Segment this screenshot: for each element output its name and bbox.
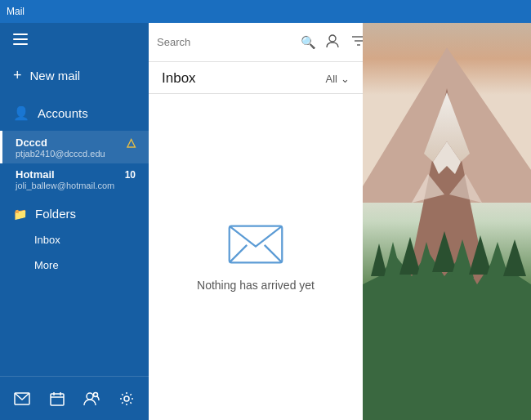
folders-label: Folders [35,207,76,221]
contacts-nav-button[interactable] [83,387,101,410]
settings-nav-button[interactable] [118,387,136,410]
contacts-icon [83,391,100,406]
main-panel: 🔍 Inbox [149,23,363,420]
plus-icon: + [13,67,22,84]
title-bar: Mail [0,0,531,23]
inbox-header: Inbox All ⌄ [149,62,363,94]
inbox-filter-button[interactable]: All ⌄ [326,73,350,85]
calendar-nav-button[interactable] [48,387,67,410]
account-name-dcccd: Dcccd △ [16,136,136,149]
svg-rect-1 [51,394,64,405]
sidebar-content: + New mail 👤 Accounts Dcccd △ ptjab2410@… [0,23,149,420]
calendar-icon [50,391,65,406]
svg-point-5 [87,393,93,400]
search-icon[interactable]: 🔍 [301,35,316,50]
more-folder-item[interactable]: More [0,252,149,278]
empty-state: Nothing has arrived yet [149,94,363,420]
svg-point-6 [94,392,98,396]
mail-nav-button[interactable] [13,387,32,410]
app-title: Mail [7,6,25,17]
chevron-down-icon: ⌄ [341,73,350,85]
app-body: + New mail 👤 Accounts Dcccd △ ptjab2410@… [0,23,531,420]
header-icons [323,31,368,54]
mountain-background-svg [363,23,531,420]
empty-envelope-icon [226,223,285,266]
accounts-label: Accounts [38,106,88,120]
sidebar-bottom-nav [0,376,149,420]
empty-state-message: Nothing has arrived yet [197,279,315,292]
inbox-title: Inbox [162,70,196,87]
accounts-button[interactable]: 👤 Accounts [0,95,149,131]
svg-marker-24 [371,244,387,276]
hamburger-button[interactable] [0,23,149,56]
warning-icon: △ [127,136,136,149]
new-mail-label: New mail [30,69,81,83]
account-item-hotmail[interactable]: Hotmail 10 joli_ballew@hotmail.com [0,163,149,195]
folder-icon: 📁 [13,208,27,221]
settings-icon [119,391,134,406]
inbox-folder-item[interactable]: Inbox [0,227,149,252]
folders-section[interactable]: 📁 Folders [0,195,149,227]
profile-icon-button[interactable] [323,31,342,54]
hamburger-icon [13,34,28,45]
sidebar-spacer [0,278,149,376]
svg-point-8 [329,35,336,42]
person-icon: 👤 [13,105,29,121]
filter-label: All [326,73,337,85]
mail-icon [14,392,30,405]
new-mail-button[interactable]: + New mail [0,56,149,95]
account-name-hotmail: Hotmail 10 [16,168,136,181]
right-panel [363,23,531,420]
account-item-dcccd[interactable]: Dcccd △ ptjab2410@dcccd.edu [0,131,149,163]
search-input[interactable] [157,36,294,48]
account-email-hotmail: joli_ballew@hotmail.com [16,181,136,190]
svg-marker-32 [503,239,526,276]
account-email-dcccd: ptjab2410@dcccd.edu [16,149,136,159]
svg-point-7 [124,396,129,401]
hotmail-badge: 10 [125,169,136,181]
sidebar: + New mail 👤 Accounts Dcccd △ ptjab2410@… [0,23,149,420]
search-bar: 🔍 [149,23,363,62]
